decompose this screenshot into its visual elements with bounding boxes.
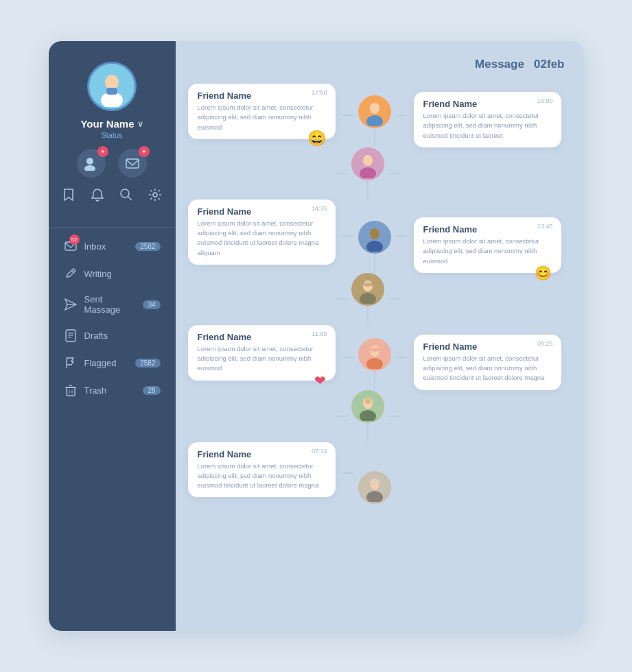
sent-count: 34	[143, 300, 160, 309]
sidebar-profile: Your Name ∨ Status +	[49, 41, 176, 215]
avatar	[87, 62, 137, 111]
sidebar-item-sent[interactable]: Sent Massage 34	[57, 288, 167, 321]
thread-row-7: 07:14 Friend Name Lorem ipsum dolor sit …	[188, 442, 569, 505]
avatar-row3-right	[358, 221, 391, 254]
avatar-last	[358, 471, 391, 504]
message-thread: 17:50 Friend Name Lorem ipsum dolor sit …	[188, 84, 569, 504]
thread-connector-row-2	[188, 273, 569, 325]
svg-rect-6	[126, 159, 139, 168]
svg-line-8	[128, 197, 132, 201]
flagged-count: 2582	[135, 359, 160, 368]
sidebar-item-writing[interactable]: Writing	[57, 261, 167, 287]
writing-icon	[64, 267, 78, 280]
drafts-icon	[64, 328, 78, 342]
inbox-count: 2582	[135, 242, 160, 251]
sidebar-divider	[49, 227, 176, 228]
flagged-label: Flagged	[84, 358, 129, 368]
app-container: Your Name ∨ Status +	[49, 41, 584, 631]
svg-line-11	[71, 270, 74, 273]
main-header: Message 02feb	[188, 58, 569, 71]
sidebar-nav: 52 Inbox 2582 Writing Sent Massage 34	[49, 233, 176, 403]
message-bubble-6[interactable]: 09:25 Friend Name Lorem ipsum dolor sit …	[414, 335, 561, 390]
inbox-alert-badge: 52	[69, 235, 80, 245]
main-content: Message 02feb 17:50 Friend Name Lorem ip…	[176, 41, 584, 631]
trash-icon	[64, 383, 78, 397]
bell-icon[interactable]	[90, 187, 105, 202]
sent-label: Sent Massage	[84, 294, 137, 315]
search-icon[interactable]	[119, 187, 134, 202]
add-friend-button[interactable]: +	[77, 149, 106, 178]
add-mail-button[interactable]: +	[118, 149, 147, 178]
message-date: 02feb	[534, 58, 564, 71]
inbox-label: Inbox	[84, 241, 129, 252]
message-bubble-2[interactable]: 15:00 Friend Name Lorem ipsum dolor sit …	[414, 92, 561, 147]
message-bubble-5[interactable]: 11:00 Friend Name Lorem ipsum dolor sit …	[188, 325, 336, 381]
svg-point-26	[363, 155, 373, 166]
flag-icon	[64, 356, 78, 370]
thread-row-2	[188, 147, 569, 200]
message-bubble-1[interactable]: 17:50 Friend Name Lorem ipsum dolor sit …	[188, 84, 336, 139]
profile-name: Your Name ∨	[80, 118, 143, 130]
gear-icon[interactable]	[148, 187, 163, 202]
sidebar-actions: + +	[77, 149, 147, 178]
message-bubble-7[interactable]: 07:14 Friend Name Lorem ipsum dolor sit …	[188, 442, 336, 498]
svg-point-42	[365, 398, 371, 404]
thread-row-1: 17:50 Friend Name Lorem ipsum dolor sit …	[188, 84, 569, 147]
drafts-label: Drafts	[84, 331, 161, 341]
svg-point-5	[84, 165, 95, 171]
sidebar-item-trash[interactable]: Trash 28	[57, 377, 167, 403]
trash-count: 28	[143, 386, 160, 395]
svg-point-23	[370, 103, 379, 114]
svg-point-1	[105, 75, 119, 90]
trash-label: Trash	[84, 385, 137, 396]
svg-point-38	[369, 348, 380, 352]
svg-point-9	[153, 193, 157, 197]
avatar-mid-left	[351, 273, 384, 306]
profile-status: Status	[101, 131, 122, 139]
sidebar-item-inbox[interactable]: 52 Inbox 2582	[57, 233, 167, 259]
sidebar: Your Name ∨ Status +	[49, 41, 176, 631]
bookmark-icon[interactable]	[61, 187, 76, 202]
thread-row-5: 11:00 Friend Name Lorem ipsum dolor sit …	[188, 325, 569, 390]
avatar-row1-right	[358, 95, 391, 128]
message-bubble-4[interactable]: 13:45 Friend Name Lorem ipsum dolor sit …	[414, 217, 561, 273]
sidebar-icon-row	[61, 187, 163, 202]
message-bubble-3[interactable]: 14:35 Friend Name Lorem ipsum dolor sit …	[188, 200, 336, 265]
avatar-row5-right	[358, 338, 391, 371]
thread-row-3: 14:35 Friend Name Lorem ipsum dolor sit …	[188, 200, 569, 273]
message-label: Message	[475, 58, 524, 71]
writing-label: Writing	[84, 269, 161, 279]
svg-rect-3	[106, 88, 117, 95]
avatar-bottom-left	[351, 390, 384, 423]
add-mail-badge: +	[139, 146, 150, 157]
thread-connector-row-3	[188, 390, 569, 442]
avatar-row2-left	[351, 147, 384, 180]
svg-point-34	[362, 283, 373, 287]
sidebar-item-flagged[interactable]: Flagged 2582	[57, 350, 167, 376]
sidebar-item-drafts[interactable]: Drafts	[57, 322, 167, 348]
svg-point-7	[121, 189, 129, 197]
svg-point-4	[86, 158, 93, 165]
send-icon	[64, 298, 78, 311]
add-friend-badge: +	[97, 146, 108, 157]
svg-point-46	[369, 479, 380, 485]
svg-point-29	[370, 228, 379, 239]
svg-rect-18	[67, 387, 75, 396]
